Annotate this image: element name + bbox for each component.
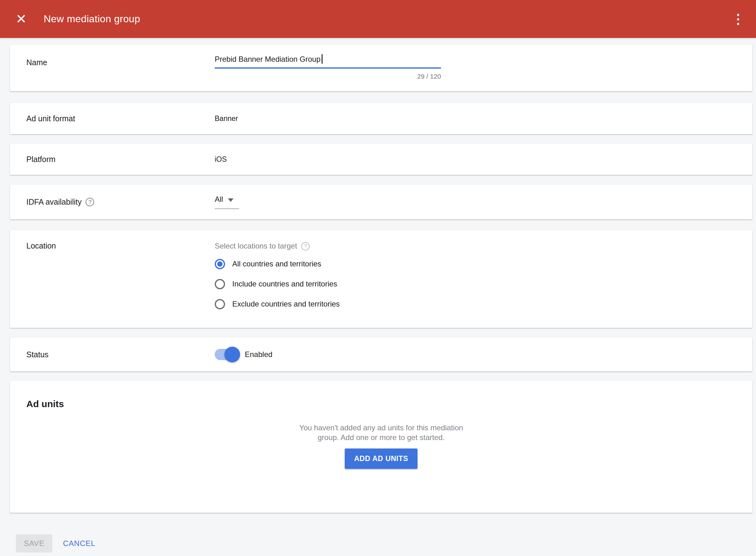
- arrow-drop-down-icon: [228, 198, 234, 202]
- location-help-icon[interactable]: ?: [301, 242, 310, 250]
- status-label: Status: [10, 350, 215, 359]
- platform-label: Platform: [10, 155, 215, 164]
- page-title: New mediation group: [43, 13, 140, 25]
- radio-exclude-countries[interactable]: Exclude countries and territories: [215, 294, 340, 314]
- ad-unit-format-card: Ad unit format Banner: [10, 103, 752, 134]
- idfa-label-group: IDFA availability ?: [10, 198, 215, 207]
- more-options-button[interactable]: ⋮: [731, 12, 745, 26]
- location-helper-text: Select locations to target: [215, 241, 297, 251]
- input-underline: [215, 67, 441, 69]
- ad-units-card: Ad units You haven't added any ad units …: [10, 381, 752, 513]
- platform-card: Platform iOS: [10, 144, 752, 175]
- save-button[interactable]: SAVE: [16, 534, 53, 553]
- empty-state-line1: You haven't added any ad units for this …: [26, 423, 736, 432]
- name-input-value: Prebid Banner Mediation Group: [215, 55, 321, 64]
- location-radio-group: All countries and territories Include co…: [215, 254, 340, 314]
- ad-unit-format-value: Banner: [215, 114, 238, 123]
- status-value: Enabled: [245, 350, 272, 359]
- platform-value: iOS: [215, 155, 227, 164]
- ad-unit-format-label: Ad unit format: [10, 114, 215, 123]
- footer-actions: SAVE CANCEL: [16, 534, 756, 553]
- add-ad-units-button[interactable]: ADD AD UNITS: [345, 449, 417, 469]
- idfa-help-icon[interactable]: ?: [85, 198, 94, 206]
- radio-selected-icon: [215, 259, 225, 269]
- kebab-menu-icon: ⋮: [731, 11, 745, 26]
- toggle-knob: [225, 347, 240, 362]
- text-cursor: [321, 54, 322, 64]
- status-toggle[interactable]: [215, 349, 237, 360]
- close-icon: ✕: [16, 11, 27, 26]
- idfa-label: IDFA availability: [26, 198, 81, 207]
- name-input[interactable]: Prebid Banner Mediation Group 29 / 120: [215, 45, 441, 80]
- location-card: Location Select locations to target ? Al…: [10, 230, 752, 328]
- empty-state-line2: group. Add one or more to get started.: [26, 432, 736, 442]
- ad-units-title: Ad units: [26, 381, 736, 409]
- status-card: Status Enabled: [10, 338, 752, 372]
- radio-include-countries[interactable]: Include countries and territories: [215, 274, 340, 294]
- char-counter: 29 / 120: [215, 73, 441, 80]
- radio-unselected-icon: [215, 279, 225, 289]
- close-button[interactable]: ✕: [16, 12, 27, 26]
- cancel-button[interactable]: CANCEL: [63, 539, 95, 548]
- name-label: Name: [10, 45, 215, 67]
- dropdown-underline: [215, 208, 239, 209]
- app-bar: ✕ New mediation group ⋮: [0, 0, 756, 38]
- name-field-card: Name Prebid Banner Mediation Group 29 / …: [10, 45, 752, 91]
- idfa-dropdown[interactable]: All: [215, 195, 239, 209]
- ad-units-empty-state: You haven't added any ad units for this …: [26, 423, 736, 442]
- idfa-availability-card: IDFA availability ? All: [10, 184, 752, 219]
- location-label: Location: [10, 230, 215, 250]
- radio-all-countries[interactable]: All countries and territories: [215, 254, 340, 274]
- idfa-dropdown-value: All: [215, 195, 223, 204]
- radio-unselected-icon: [215, 299, 225, 309]
